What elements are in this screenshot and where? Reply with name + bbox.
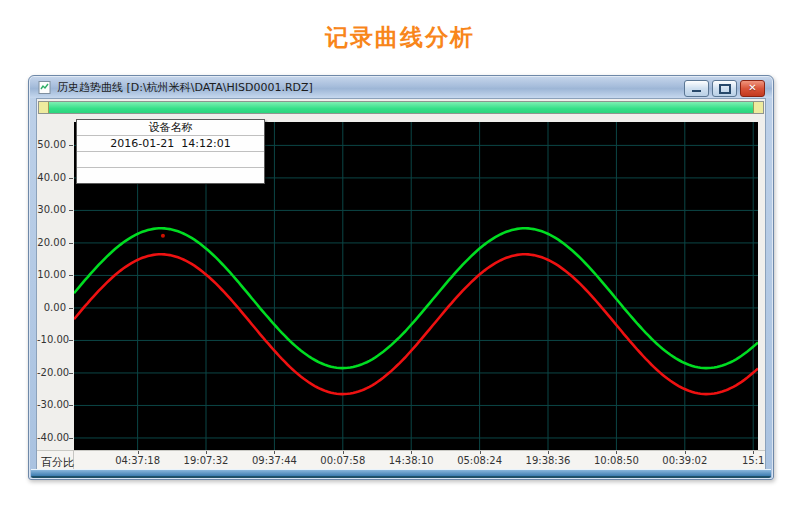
y-tick-label: 10.00	[37, 269, 66, 280]
y-tick-label: -20.00	[37, 367, 66, 378]
y-tick-label: 40.00	[37, 172, 66, 183]
y-tick-mark	[69, 340, 73, 341]
x-tick-label: 05:08:24	[448, 455, 512, 466]
x-tick-mark	[616, 451, 617, 454]
y-tick-mark	[69, 210, 73, 211]
y-tick-mark	[69, 308, 73, 309]
scrollbar-thumb[interactable]	[49, 102, 753, 113]
legend-timestamp: 2016-01-21 14:12:01	[77, 135, 264, 151]
y-tick-mark	[69, 275, 73, 276]
y-tick-mark	[69, 178, 73, 179]
window-bottom-frame	[31, 469, 771, 478]
minimize-button[interactable]	[684, 80, 709, 97]
x-tick-mark	[138, 451, 139, 454]
trend-window: 历史趋势曲线 [D:\杭州米科\DATA\HISD0001.RDZ] ✕ 百分比…	[28, 75, 774, 480]
y-tick-label: -40.00	[37, 432, 66, 443]
x-tick-label: 14:38:10	[379, 455, 443, 466]
minimize-icon	[692, 90, 701, 92]
y-tick-label: 30.00	[37, 204, 66, 215]
y-tick-label: 50.00	[37, 139, 66, 150]
x-tick-mark	[480, 451, 481, 454]
x-tick-label: 00:07:58	[311, 455, 375, 466]
x-tick-mark	[206, 451, 207, 454]
maximize-icon	[719, 84, 731, 94]
x-tick-mark	[411, 451, 412, 454]
page: 记录曲线分析 历史趋势曲线 [D:\杭州米科\DATA\HISD0001.RDZ…	[0, 0, 800, 510]
y-tick-mark	[69, 243, 73, 244]
window-titlebar[interactable]: 历史趋势曲线 [D:\杭州米科\DATA\HISD0001.RDZ] ✕	[30, 77, 772, 98]
time-range-scrollbar[interactable]	[38, 101, 764, 114]
x-tick-label: 04:37:18	[106, 455, 170, 466]
x-tick-mark	[274, 451, 275, 454]
scrollbar-left-handle[interactable]	[39, 102, 49, 113]
y-tick-label: 0.00	[37, 302, 66, 313]
close-icon: ✕	[741, 81, 764, 95]
legend-header: 设备名称	[77, 120, 264, 135]
chart-client-area: 百分比 50.0040.0030.0020.0010.000.00-10.00-…	[36, 98, 766, 473]
window-title: 历史趋势曲线 [D:\杭州米科\DATA\HISD0001.RDZ]	[57, 80, 313, 95]
x-tick-label: 10:08:50	[584, 455, 648, 466]
cursor-marker-dot	[161, 234, 165, 238]
window-controls: ✕	[684, 80, 765, 97]
close-button[interactable]: ✕	[740, 80, 765, 97]
legend-entry-channel02: 02 通道02: 0.00 mA	[77, 167, 264, 183]
x-tick-label: 15:1	[721, 455, 766, 466]
y-axis-unit-label: 百分比	[41, 455, 74, 470]
x-tick-label: 19:07:32	[174, 455, 238, 466]
x-tick-mark	[548, 451, 549, 454]
legend-entry-channel01: 01 通道01: 0.00 mA	[77, 151, 264, 167]
x-tick-label: 09:37:44	[242, 455, 306, 466]
x-tick-mark	[685, 451, 686, 454]
y-tick-mark	[69, 373, 73, 374]
document-chart-icon	[38, 81, 51, 94]
y-tick-mark	[69, 405, 73, 406]
page-title: 记录曲线分析	[0, 22, 800, 53]
y-tick-mark	[69, 145, 73, 146]
x-tick-label: 00:39:02	[653, 455, 717, 466]
y-tick-label: -30.00	[37, 399, 66, 410]
x-tick-mark	[753, 451, 754, 454]
y-tick-mark	[69, 438, 73, 439]
y-tick-label: -10.00	[37, 334, 66, 345]
y-tick-label: 20.00	[37, 237, 66, 248]
maximize-button[interactable]	[712, 80, 737, 97]
legend-box[interactable]: 设备名称 2016-01-21 14:12:01 01 通道01: 0.00 m…	[76, 119, 265, 184]
x-tick-mark	[343, 451, 344, 454]
x-tick-label: 19:38:36	[516, 455, 580, 466]
scrollbar-right-handle[interactable]	[753, 102, 763, 113]
